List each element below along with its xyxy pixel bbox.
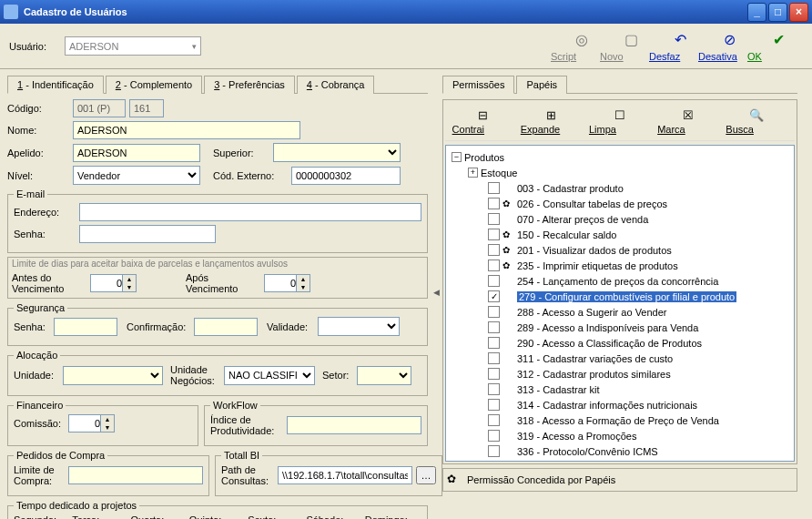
tree-item[interactable]: 319 - Acesso a Promoções (448, 428, 792, 443)
checkbox[interactable] (488, 352, 500, 364)
checkbox[interactable] (488, 244, 500, 256)
tree-root[interactable]: − Produtos (448, 149, 792, 165)
tab-permissoes[interactable]: Permissões (442, 76, 514, 94)
apelido-field[interactable] (73, 144, 200, 162)
checkbox[interactable] (488, 229, 500, 240)
checkbox[interactable] (488, 198, 500, 209)
minimize-button[interactable]: _ (747, 3, 766, 22)
tree-item[interactable]: 311 - Cadastrar variações de custo (448, 351, 792, 366)
endereco-label: Endereço: (14, 207, 76, 218)
codext-field[interactable] (291, 167, 401, 185)
unidade-select[interactable] (63, 366, 163, 385)
seg-validade-select[interactable] (318, 317, 400, 336)
tree-item[interactable]: 313 - Cadastrar kit (448, 382, 792, 397)
collapse-icon[interactable]: − (452, 152, 462, 162)
seg-validade-label: Validade: (267, 321, 314, 332)
checkbox[interactable] (488, 383, 500, 395)
nivel-select[interactable]: Vendedor (73, 166, 200, 185)
tree-item[interactable]: 290 - Acesso a Classificação de Produtos (448, 335, 792, 351)
maximize-button[interactable]: □ (768, 3, 787, 22)
checkbox[interactable] (488, 260, 500, 271)
tree-item[interactable]: 070 - Alterar preços de venda (448, 211, 792, 227)
checkbox[interactable] (488, 213, 500, 225)
tree-item[interactable]: ✿ 235 - Imprimir etiquetas de produtos (448, 258, 792, 273)
novo-button[interactable]: ▢ Novo (606, 31, 655, 62)
financeiro-legend: Financeiro (14, 400, 66, 411)
tree-item[interactable]: 336 - Protocolo/Convênio ICMS (448, 443, 792, 459)
close-button[interactable]: × (789, 3, 808, 22)
checkbox[interactable] (488, 461, 500, 462)
antes-venc-label: Antes do Vencimento (12, 272, 86, 294)
setor-select[interactable] (357, 366, 411, 385)
indice-field[interactable] (287, 416, 421, 434)
tree-item[interactable]: 312 - Cadastrar produtos similares (448, 366, 792, 382)
superior-select[interactable] (273, 143, 401, 162)
expande-button[interactable]: ⊞Expande (521, 107, 583, 135)
indice-label: Índice de Produtividade: (210, 414, 283, 436)
tab-complemento[interactable]: 2 - Complemento (106, 76, 202, 94)
tree-item[interactable]: 288 - Acesso a Sugerir ao Vender (448, 304, 792, 320)
tree-item[interactable]: 003 - Cadastrar produto (448, 180, 792, 196)
antes-venc-spin[interactable]: ▲▼ (90, 274, 137, 292)
papel-icon: ✿ (502, 229, 515, 239)
apos-venc-spin[interactable]: ▲▼ (264, 274, 310, 292)
expand-icon[interactable]: + (468, 168, 478, 178)
checkbox[interactable] (488, 182, 500, 194)
comissao-spin[interactable]: ▲▼ (68, 414, 115, 432)
tree-item[interactable]: 341 - Cadastrar Índice Técnico de Produç… (448, 459, 792, 462)
checkbox[interactable] (488, 445, 500, 457)
limite-compra-field[interactable] (68, 466, 203, 484)
email-senha-field[interactable] (79, 225, 216, 243)
limpa-button[interactable]: ☐Limpa (589, 107, 651, 135)
usuario-select[interactable]: ADERSON (65, 36, 201, 56)
checkbox[interactable] (488, 399, 500, 411)
seguranca-legend: Segurança (14, 302, 67, 313)
tree-item-text: 318 - Acesso a Formação de Preço de Vend… (517, 415, 719, 426)
checkbox[interactable] (488, 321, 500, 333)
unidade-neg-select[interactable]: NAO CLASSIFI (224, 366, 315, 385)
checkbox[interactable] (488, 275, 500, 287)
left-tabs: 1 - Indentificação 2 - Complemento 3 - P… (7, 75, 428, 94)
tree-item[interactable]: 254 - Lançamento de preços da concorrênc… (448, 273, 792, 289)
tree-item[interactable]: ✿ 026 - Consultar tabelas de preços (448, 196, 792, 211)
tab-papeis[interactable]: Papéis (516, 76, 567, 94)
tab-cobranca[interactable]: 4 - Cobrança (297, 76, 375, 94)
path-field[interactable] (278, 466, 412, 484)
mark-icon: ☒ (681, 107, 695, 122)
seg-senha-field[interactable] (54, 318, 117, 336)
contrai-button[interactable]: ⊟Contrai (452, 107, 514, 135)
tree-item[interactable]: ✓ 279 - Configurar combustíveis por fili… (448, 289, 792, 304)
tree-item[interactable]: 314 - Cadastrar informações nutricionais (448, 397, 792, 412)
marca-button[interactable]: ☒Marca (657, 107, 719, 135)
tab-ident[interactable]: 1 - Indentificação (7, 76, 104, 94)
tree-item[interactable]: 289 - Acesso a Indisponíveis para Venda (448, 320, 792, 335)
tree-item[interactable]: ✿ 150 - Recalcular saldo (448, 227, 792, 242)
script-button[interactable]: ◎ Script (557, 31, 606, 62)
collapse-handle[interactable]: ◀ (433, 288, 440, 297)
busca-button[interactable]: 🔍Busca (726, 107, 787, 135)
checkbox[interactable] (488, 368, 500, 380)
tab-preferencias[interactable]: 3 - Preferências (204, 76, 295, 94)
checkbox[interactable] (488, 306, 500, 318)
seg-conf-field[interactable] (194, 318, 258, 336)
nome-field[interactable] (73, 121, 300, 139)
limite-dias-line: Limite de dias para aceitar baixa de par… (7, 257, 428, 269)
day-label: Terça: (72, 514, 128, 519)
checkbox[interactable] (488, 414, 500, 426)
endereco-field[interactable] (79, 203, 421, 221)
desfaz-button[interactable]: ↶ Desfaz (655, 31, 705, 62)
nome-label: Nome: (7, 125, 69, 136)
checkbox[interactable] (488, 337, 500, 349)
ok-button[interactable]: ✔ OK (754, 31, 803, 62)
clear-icon: ☐ (613, 107, 627, 122)
tree-item[interactable]: ✿ 201 - Visualizar dados de produtos (448, 242, 792, 258)
tree-item-text: 290 - Acesso a Classificação de Produtos (517, 338, 702, 349)
checkbox[interactable] (488, 430, 500, 442)
checkbox[interactable]: ✓ (488, 290, 500, 302)
desativa-button[interactable]: ⊘ Desativa (705, 31, 754, 62)
tree-item[interactable]: 318 - Acesso a Formação de Preço de Vend… (448, 412, 792, 428)
path-browse-button[interactable]: … (416, 466, 436, 484)
tree-sub[interactable]: + Estoque (448, 165, 792, 180)
limite-compra-label: Limite de Compra: (14, 464, 65, 486)
permission-tree[interactable]: − Produtos + Estoque 003 - Cadastrar pro… (445, 145, 795, 462)
